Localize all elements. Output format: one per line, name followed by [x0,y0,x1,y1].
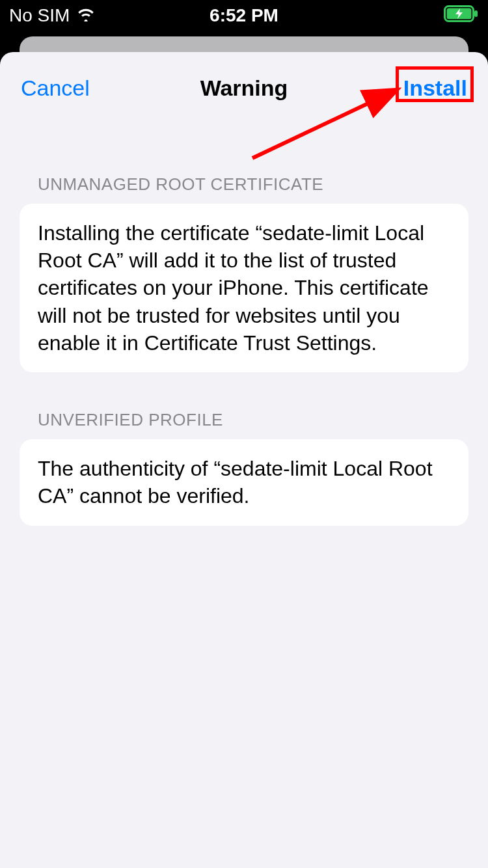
carrier-text: No SIM [9,5,70,26]
section-header-root-cert: UNMANAGED ROOT CERTIFICATE [20,124,468,204]
nav-bar: Cancel Warning Install [0,52,488,124]
text-root-cert: Installing the certificate “sedate-limit… [38,219,450,357]
install-button[interactable]: Install [403,75,467,101]
text-unverified: The authenticity of “sedate-limit Local … [38,455,450,509]
section-header-unverified: UNVERIFIED PROFILE [20,372,468,439]
battery-charging-icon [444,5,479,27]
status-right [444,5,479,27]
status-bar: No SIM 6:52 PM [0,0,488,31]
page-title: Warning [200,75,288,101]
modal-sheet: Cancel Warning Install UNMANAGED ROOT CE… [0,52,488,868]
status-left: No SIM [9,5,96,26]
status-time: 6:52 PM [210,5,278,26]
svg-rect-2 [474,10,478,17]
card-root-cert: Installing the certificate “sedate-limit… [20,204,468,372]
wifi-icon [76,5,96,26]
card-unverified: The authenticity of “sedate-limit Local … [20,439,468,525]
cancel-button[interactable]: Cancel [21,75,90,101]
content-area: UNMANAGED ROOT CERTIFICATE Installing th… [0,124,488,526]
